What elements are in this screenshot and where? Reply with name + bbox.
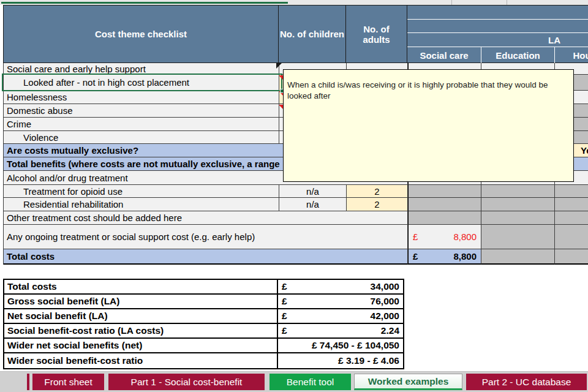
sheet-tab-front-sheet[interactable]: Front sheet	[32, 374, 104, 390]
header-social-care[interactable]: Social care	[407, 47, 481, 63]
cell-housing[interactable]	[555, 225, 588, 249]
header-education[interactable]: Education	[481, 47, 554, 63]
sheet-tab-part2[interactable]: Part 2 - UC database	[466, 374, 587, 390]
header-cost-theme-checklist[interactable]: Cost theme checklist	[3, 5, 279, 63]
header-no-of-children[interactable]: No. of children	[279, 5, 346, 63]
summary-amount: 42,000	[371, 311, 399, 322]
table-row: Residential rehabilitation n/a 2	[3, 198, 588, 211]
comment-indicator-icon	[279, 105, 283, 109]
sheet-tab-benefit-tool[interactable]: Benefit tool	[270, 374, 351, 390]
cell-homelessness-label[interactable]: Homelessness	[4, 91, 279, 104]
summary-gross-benefit-label[interactable]: Gross social benefit (LA)	[4, 295, 278, 308]
cell-crime-label[interactable]: Crime	[4, 118, 279, 131]
top-border-accent	[1, 2, 288, 4]
total-costs-amount: 8,800	[453, 251, 477, 262]
header-band-empty-2[interactable]	[407, 20, 588, 33]
header-la-section: LA Social care Education Housing	[407, 5, 588, 63]
cell-education[interactable]	[481, 185, 555, 198]
currency-symbol: £	[282, 281, 287, 292]
summary-net-benefit-value[interactable]: £ 42,000	[278, 309, 403, 323]
header-la-label: LA	[407, 33, 588, 47]
summary-wider-net-label[interactable]: Wider net social benefits (net)	[4, 339, 278, 352]
cell-domestic-abuse-label[interactable]: Domestic abuse	[4, 104, 279, 118]
cell-education[interactable]	[481, 198, 555, 211]
cell-opioid-label[interactable]: Treatment for opioid use	[4, 185, 279, 198]
cell-education[interactable]	[481, 211, 555, 225]
table-row: Treatment for opioid use n/a 2	[3, 185, 588, 198]
table-row: Other treatment cost should be added her…	[3, 211, 588, 225]
summary-amount: 34,000	[371, 281, 399, 292]
sheet-tab-worked-examples[interactable]: Worked examples	[354, 374, 462, 390]
header-no-of-adults[interactable]: No. of adults	[346, 5, 407, 63]
table-row: Any ongoing treatment or social support …	[3, 225, 588, 249]
cell-education[interactable]	[481, 225, 555, 249]
currency-symbol: £	[413, 251, 418, 262]
summary-row: Wider social benefit-cost ratio £ 3.19 -…	[4, 353, 403, 368]
table-row: Total costs £ 8,800	[3, 249, 588, 265]
sheet-tab-partial[interactable]	[27, 374, 29, 390]
cell-education[interactable]	[481, 249, 555, 265]
summary-wider-bcr-value[interactable]: £ 3.19 - £ 4.06	[278, 353, 403, 368]
cell-housing[interactable]	[555, 249, 588, 265]
summary-row: Wider net social benefits (net) £ 74,450…	[4, 339, 403, 353]
summary-bcr-value[interactable]: £ 2.24	[278, 324, 403, 337]
summary-total-costs-label[interactable]: Total costs	[4, 280, 278, 293]
spreadsheet-page: Cost theme checklist No. of children No.…	[0, 0, 588, 392]
cell-opioid-children[interactable]: n/a	[279, 185, 347, 198]
cell-social-care[interactable]	[408, 185, 481, 198]
summary-range: £ 3.19 - £ 4.06	[338, 355, 399, 366]
summary-net-benefit-label[interactable]: Net social benefit (LA)	[4, 309, 278, 323]
summary-row: Total costs £ 34,000	[4, 280, 403, 295]
currency-symbol: £	[282, 296, 287, 307]
column-header-strip	[0, 0, 588, 5]
cell-residential-label[interactable]: Residential rehabilitation	[4, 198, 279, 211]
cell-housing[interactable]	[555, 185, 588, 198]
cell-social-care[interactable]	[408, 198, 481, 211]
cell-housing[interactable]	[555, 211, 588, 225]
summary-row: Social benefit-cost ratio (LA costs) £ 2…	[4, 324, 403, 339]
cell-violence-label[interactable]: Violence	[4, 131, 279, 144]
cell-ongoing-label[interactable]: Any ongoing treatment or social support …	[4, 225, 408, 249]
gridline	[451, 0, 452, 5]
cell-opioid-adults[interactable]: 2	[347, 185, 408, 198]
ongoing-amount: 8,800	[453, 232, 477, 242]
summary-wider-net-value[interactable]: £ 74,450 - £ 104,050	[278, 339, 403, 352]
cell-other-treatment-label[interactable]: Other treatment cost should be added her…	[4, 211, 408, 225]
cell-residential-adults[interactable]: 2	[347, 198, 408, 211]
comment-indicator-icon	[279, 75, 283, 80]
note-callout-arrow-icon	[276, 62, 282, 69]
sheet-tab-part1[interactable]: Part 1 - Social cost-benefit	[108, 374, 265, 390]
cell-total-costs-label[interactable]: Total costs	[4, 249, 408, 265]
gridline	[507, 0, 507, 5]
header-band-empty-1[interactable]	[407, 6, 588, 20]
cell-social-care-label[interactable]: Social care and early help support	[4, 63, 279, 75]
header-subcolumns: Social care Education Housing	[407, 47, 588, 63]
summary-gross-benefit-value[interactable]: £ 76,000	[278, 295, 403, 308]
currency-symbol: £	[282, 325, 287, 336]
summary-wider-bcr-label[interactable]: Wider social benefit-cost ratio	[4, 353, 278, 368]
cell-social-care[interactable]	[408, 211, 481, 225]
cell-housing[interactable]	[555, 198, 588, 211]
currency-symbol: £	[282, 311, 287, 322]
comment-note: When a child is/was receiving or it is h…	[283, 69, 574, 182]
summary-amount: 76,000	[371, 296, 399, 307]
summary-bcr-label[interactable]: Social benefit-cost ratio (LA costs)	[4, 324, 278, 337]
summary-total-costs-value[interactable]: £ 34,000	[278, 280, 403, 293]
header-band-la[interactable]: LA	[407, 33, 588, 47]
cell-ongoing-social-care[interactable]: £ 8,800	[408, 225, 481, 249]
summary-range: £ 74,450 - £ 104,050	[312, 340, 399, 351]
summary-row: Net social benefit (LA) £ 42,000	[4, 309, 403, 324]
cell-total-costs-social-care[interactable]: £ 8,800	[408, 249, 481, 265]
summary-table: Total costs £ 34,000 Gross social benefi…	[3, 279, 404, 369]
cell-looked-after-label[interactable]: Looked after - not in high cost placemen…	[4, 75, 279, 91]
summary-row: Gross social benefit (LA) £ 76,000	[4, 295, 403, 309]
header-housing[interactable]: Housing	[554, 47, 588, 63]
summary-amount: 2.24	[381, 325, 399, 336]
currency-symbol: £	[413, 232, 418, 242]
cell-residential-children[interactable]: n/a	[279, 198, 347, 211]
